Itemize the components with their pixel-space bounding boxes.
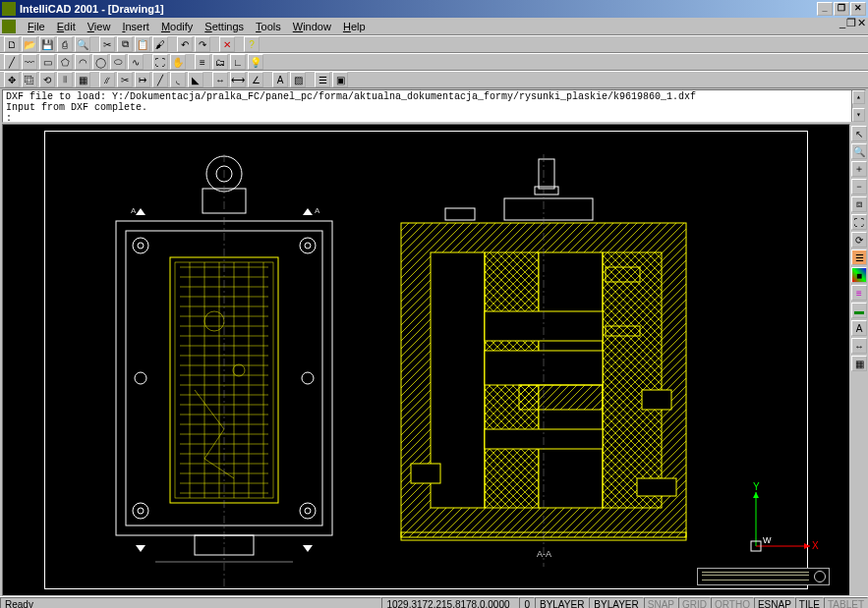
status-ready: Ready	[0, 597, 381, 608]
menu-edit[interactable]: Edit	[51, 19, 82, 34]
polygon-icon[interactable]: ⬠	[57, 54, 73, 70]
menu-help[interactable]: Help	[337, 19, 372, 34]
hatch-icon[interactable]: ▨	[290, 72, 306, 87]
new-icon[interactable]: 🗋	[4, 36, 20, 52]
mdi-close-button[interactable]: ✕	[857, 17, 866, 29]
open-icon[interactable]: 📂	[22, 36, 37, 52]
help-icon[interactable]: ?	[244, 36, 260, 52]
line-icon[interactable]: ╱	[4, 54, 20, 70]
dim-aligned-icon[interactable]: ⟷	[230, 72, 246, 87]
trim-icon[interactable]: ✂	[117, 72, 133, 87]
zoom-all-icon[interactable]: ⛶	[851, 214, 867, 230]
rectangle-icon[interactable]: ▭	[39, 54, 55, 70]
break-icon[interactable]: ╱	[152, 72, 168, 87]
properties-icon[interactable]: ☰	[315, 72, 330, 87]
copy2-icon[interactable]: ⿻	[22, 72, 37, 87]
menu-insert[interactable]: Insert	[116, 19, 155, 34]
drawing-left-view: A A	[96, 154, 352, 586]
zoom-in-icon[interactable]: ＋	[851, 161, 867, 177]
mdi-minimize-button[interactable]: _	[839, 17, 845, 29]
circle-icon[interactable]: ◯	[92, 54, 108, 70]
layer-icon[interactable]: ≡	[195, 54, 210, 70]
status-snap[interactable]: SNAP	[644, 597, 678, 608]
status-tablet[interactable]: TABLET	[824, 597, 868, 608]
zoom-window-icon[interactable]: ⧈	[851, 196, 867, 212]
command-output-1: DXF file to load: Y:/Dokumentacja/pralka…	[6, 91, 696, 102]
mirror-icon[interactable]: ⦀	[57, 72, 73, 87]
svg-point-13	[300, 503, 316, 519]
menu-file[interactable]: File	[22, 19, 51, 34]
lineweight-icon[interactable]: ▬	[851, 303, 867, 318]
dimstyle-icon[interactable]: ↔	[851, 338, 867, 354]
arc-icon[interactable]: ◠	[75, 54, 90, 70]
scroll-down-icon[interactable]: ▾	[852, 108, 865, 122]
explorer-icon[interactable]: 🗂	[212, 54, 228, 70]
close-button[interactable]: ✕	[850, 2, 866, 16]
zoom-extents-icon[interactable]: ⛶	[152, 54, 168, 70]
mdi-restore-button[interactable]: ❐	[846, 17, 856, 29]
zoom-out-icon[interactable]: －	[851, 179, 867, 194]
spline-icon[interactable]: ∿	[128, 54, 144, 70]
pointer-icon[interactable]: ↖	[851, 126, 867, 141]
title-block	[697, 568, 830, 585]
rotate-view-icon[interactable]: ⟳	[851, 232, 867, 248]
zoom-realtime-icon[interactable]: 🔍	[851, 143, 867, 159]
svg-point-50	[233, 364, 245, 376]
scroll-up-icon[interactable]: ▴	[852, 90, 865, 104]
status-coords: 1029.3172,215.8178,0.0000	[381, 597, 519, 608]
menu-tools[interactable]: Tools	[250, 19, 287, 34]
ucs-icon-btn[interactable]: ∟	[230, 54, 246, 70]
layers-icon[interactable]: ☰	[851, 249, 867, 265]
command-scrollbar[interactable]: ▴▾	[851, 90, 865, 122]
render-icon[interactable]: 💡	[248, 54, 263, 70]
ellipse-icon[interactable]: ⬭	[110, 54, 126, 70]
colors-icon[interactable]: ■	[851, 267, 867, 283]
drawing-canvas[interactable]: A A	[2, 124, 850, 596]
status-ortho[interactable]: ORTHO	[711, 597, 754, 608]
viewport-icon[interactable]: ▣	[332, 72, 348, 87]
grid-toggle-icon[interactable]: ▦	[851, 356, 867, 371]
offset-icon[interactable]: ⫽	[99, 72, 115, 87]
match-icon[interactable]: 🖌	[152, 36, 168, 52]
command-line[interactable]: DXF file to load: Y:/Dokumentacja/pralka…	[2, 89, 866, 123]
menu-settings[interactable]: Settings	[199, 19, 250, 34]
move-icon[interactable]: ✥	[4, 72, 20, 87]
status-tile[interactable]: TILE	[795, 597, 824, 608]
copy-icon[interactable]: ⧉	[117, 36, 133, 52]
status-layer[interactable]: BYLAYER	[535, 597, 589, 608]
extend-icon[interactable]: ↦	[135, 72, 150, 87]
redo-icon[interactable]: ↷	[195, 36, 210, 52]
svg-text:A: A	[131, 206, 137, 215]
status-esnap[interactable]: ESNAP	[754, 597, 795, 608]
polyline-icon[interactable]: 〰	[22, 54, 37, 70]
svg-point-49	[204, 311, 224, 331]
paste-icon[interactable]: 📋	[135, 36, 150, 52]
system-menu-icon[interactable]	[2, 20, 16, 33]
dim-angular-icon[interactable]: ∠	[248, 72, 263, 87]
undo-icon[interactable]: ↶	[177, 36, 193, 52]
fillet-icon[interactable]: ◟	[170, 72, 186, 87]
text-icon[interactable]: A	[272, 72, 288, 87]
maximize-button[interactable]: ❐	[834, 2, 849, 16]
status-grid[interactable]: GRID	[678, 597, 711, 608]
array-icon[interactable]: ▦	[75, 72, 90, 87]
dim-linear-icon[interactable]: ↔	[212, 72, 228, 87]
pan-icon[interactable]: ✋	[170, 54, 186, 70]
delete-icon[interactable]: ✕	[219, 36, 235, 52]
print-preview-icon[interactable]: 🔍	[75, 36, 90, 52]
linetype-icon[interactable]: ≡	[851, 285, 867, 301]
status-color[interactable]: BYLAYER	[589, 597, 643, 608]
menu-view[interactable]: View	[82, 19, 117, 34]
print-icon[interactable]: ⎙	[57, 36, 73, 52]
cut-icon[interactable]: ✂	[99, 36, 115, 52]
menu-window[interactable]: Window	[287, 19, 337, 34]
minimize-button[interactable]: _	[817, 2, 833, 16]
svg-point-8	[138, 243, 144, 249]
svg-point-9	[300, 238, 316, 253]
save-icon[interactable]: 💾	[39, 36, 55, 52]
rotate-icon[interactable]: ⟲	[39, 72, 55, 87]
chamfer-icon[interactable]: ◣	[188, 72, 203, 87]
textstyle-icon[interactable]: A	[851, 320, 867, 336]
menu-modify[interactable]: Modify	[155, 19, 199, 34]
svg-marker-79	[753, 492, 759, 498]
